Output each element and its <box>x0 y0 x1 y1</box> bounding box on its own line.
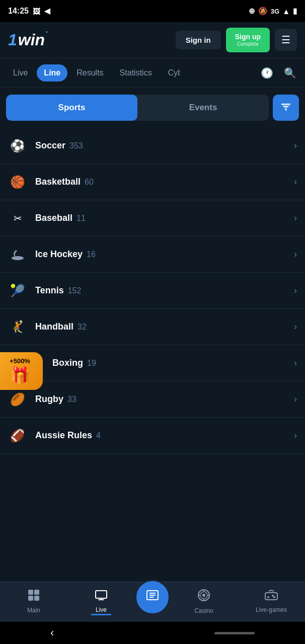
nav-bets-center[interactable] <box>135 580 170 615</box>
basketball-icon: 🏀 <box>8 173 27 192</box>
svg-rect-8 <box>96 591 107 598</box>
main-nav-label: Main <box>27 607 40 614</box>
nav-tabs: Live Line Results Statistics Cyb 🕐 🔍 <box>0 58 305 88</box>
promo-gift-icon: 🎁 <box>10 366 30 385</box>
aussierules-arrow: › <box>294 430 297 441</box>
soccer-icon: ⚽ <box>8 136 27 155</box>
search-icon-btn[interactable]: 🔍 <box>281 64 299 82</box>
toggle-sports[interactable]: Sports <box>6 95 137 121</box>
sport-item-rugby[interactable]: 🏉 Rugby 33 › <box>0 381 305 418</box>
svg-rect-2 <box>285 109 287 110</box>
main-nav-icon <box>27 589 40 605</box>
bell-mute-icon: 🔕 <box>258 7 268 16</box>
svg-point-3 <box>12 256 24 260</box>
status-bar-right: ⊕ 🔕 3G ▲ ▮ <box>249 7 297 16</box>
gallery-icon: 🖼 <box>33 7 40 16</box>
baseball-arrow: › <box>294 213 297 223</box>
soccer-name: Soccer <box>35 140 65 151</box>
livegames-nav-label: Live-games <box>256 606 287 613</box>
handball-count: 32 <box>78 323 87 332</box>
toggle-events[interactable]: Events <box>137 95 269 121</box>
tab-live[interactable]: Live <box>6 64 35 82</box>
sport-item-basketball[interactable]: 🏀 Basketball 60 › <box>0 164 305 200</box>
tennis-icon: 🎾 <box>8 281 27 300</box>
nav-casino[interactable]: Casino <box>170 588 238 616</box>
home-bar[interactable] <box>214 632 255 634</box>
livegames-nav-icon <box>264 589 278 604</box>
icehockey-name: Ice Hockey <box>35 249 83 260</box>
bottom-nav: Main Live <box>0 582 305 622</box>
tab-statistics[interactable]: Statistics <box>113 64 159 82</box>
svg-rect-7 <box>34 596 39 601</box>
hamburger-icon: ☰ <box>281 34 290 46</box>
boxing-name: Boxing <box>52 358 83 368</box>
logo: 1 win • <box>8 31 48 49</box>
clock-icon: ⊕ <box>249 7 255 16</box>
history-icon: 🕐 <box>261 67 273 79</box>
nav-livegames[interactable]: Live-games <box>238 589 305 615</box>
boxing-count: 19 <box>87 359 96 368</box>
sport-item-boxing[interactable]: Boxing 19 › <box>0 345 305 381</box>
sport-item-baseball[interactable]: ✂ Baseball 11 › <box>0 200 305 236</box>
icehockey-arrow: › <box>294 249 297 260</box>
rugby-icon: 🏉 <box>8 390 27 409</box>
tab-cyber[interactable]: Cyb <box>161 64 180 82</box>
handball-arrow: › <box>294 321 297 332</box>
tab-line[interactable]: Line <box>37 64 67 82</box>
signup-sublabel: Complete <box>237 41 259 47</box>
sport-item-aussierules[interactable]: 🏈 Aussie Rules 4 › <box>0 418 305 454</box>
rugby-arrow: › <box>294 394 297 405</box>
live-nav-label: Live <box>96 606 107 613</box>
logo-one: 1 <box>8 31 17 49</box>
promo-banner[interactable]: +500% 🎁 <box>0 352 43 390</box>
handball-icon: 🤾 <box>8 317 27 337</box>
location-icon: ◀ <box>44 7 50 16</box>
sport-item-tennis[interactable]: 🎾 Tennis 152 › <box>0 273 305 309</box>
svg-rect-6 <box>28 596 33 601</box>
filter-button[interactable] <box>273 95 299 121</box>
basketball-arrow: › <box>294 177 297 187</box>
tennis-name: Tennis <box>35 285 64 296</box>
soccer-count: 353 <box>69 141 83 150</box>
live-nav-icon <box>94 589 108 604</box>
status-bar-left: 14:25 🖼 ◀ <box>8 7 50 16</box>
svg-point-23 <box>267 596 269 598</box>
svg-rect-1 <box>283 106 288 107</box>
history-icon-btn[interactable]: 🕐 <box>258 64 276 82</box>
sport-item-handball[interactable]: 🤾 Handball 32 › <box>0 309 305 345</box>
toggle-bar: Sports Events <box>0 88 305 128</box>
aussierules-name: Aussie Rules <box>35 430 92 441</box>
status-time: 14:25 <box>8 7 29 16</box>
signup-button[interactable]: Sign up Complete <box>226 28 270 52</box>
logo-dot: • <box>46 29 48 35</box>
nav-live[interactable]: Live <box>67 589 135 615</box>
rugby-name: Rugby <box>35 394 63 405</box>
sport-item-icehockey[interactable]: Ice Hockey 16 › <box>0 236 305 273</box>
svg-point-17 <box>202 594 205 597</box>
handball-name: Handball <box>35 321 73 332</box>
baseball-icon: ✂ <box>8 209 27 228</box>
logo-win: win <box>18 31 45 49</box>
tab-results[interactable]: Results <box>69 64 110 82</box>
icehockey-count: 16 <box>87 250 96 259</box>
network-icon: 3G <box>271 8 279 15</box>
casino-nav-label: Casino <box>194 607 213 614</box>
bets-center-icon <box>145 588 160 606</box>
signup-label: Sign up <box>235 33 261 41</box>
header: 1 win • Sign in Sign up Complete ☰ <box>0 22 305 58</box>
basketball-count: 60 <box>85 178 94 187</box>
svg-rect-4 <box>28 590 33 595</box>
battery-icon: ▮ <box>293 7 297 16</box>
nav-main[interactable]: Main <box>0 589 67 616</box>
boxing-arrow: › <box>294 358 297 368</box>
signal-icon: ▲ <box>282 7 290 16</box>
icehockey-icon <box>8 245 27 264</box>
rugby-count: 33 <box>67 395 77 404</box>
signin-button[interactable]: Sign in <box>176 31 221 49</box>
basketball-name: Basketball <box>35 177 81 187</box>
back-button[interactable]: ‹ <box>50 626 54 639</box>
svg-rect-0 <box>281 104 290 105</box>
soccer-arrow: › <box>294 140 297 151</box>
sport-item-soccer[interactable]: ⚽ Soccer 353 › <box>0 128 305 164</box>
menu-button[interactable]: ☰ <box>275 29 297 51</box>
